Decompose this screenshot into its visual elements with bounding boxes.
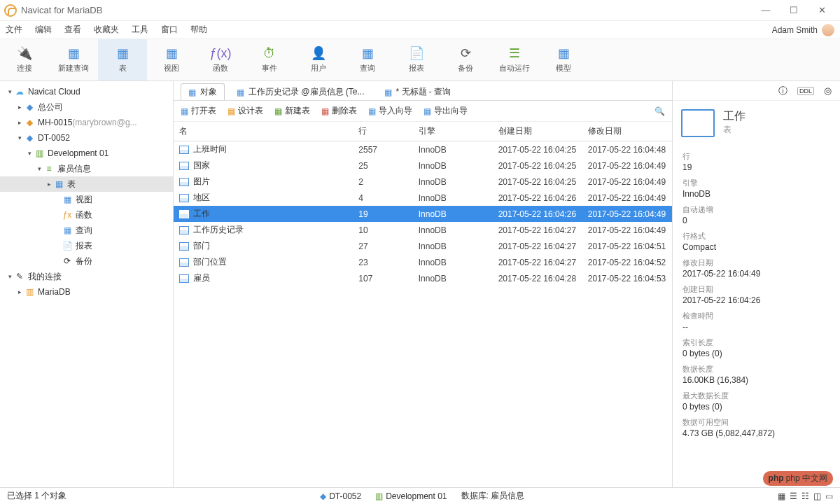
tree-Navicat Cloud[interactable]: ▾☁Navicat Cloud: [0, 84, 173, 99]
view-detail-icon[interactable]: ☷: [802, 491, 809, 501]
avatar-icon[interactable]: [822, 24, 834, 36]
tree-视图[interactable]: ▦视图: [0, 192, 173, 207]
prop-数据长度: 数据长度16.00KB (16,384): [682, 364, 830, 385]
menu-file[interactable]: 文件: [6, 24, 22, 36]
table-row[interactable]: 地区4InnoDB2017-05-22 16:04:262017-05-22 1…: [174, 190, 672, 206]
menu-edit[interactable]: 编辑: [35, 24, 52, 36]
preview-icon[interactable]: ◎: [824, 85, 832, 96]
objbar-新建表[interactable]: ▦新建表: [274, 105, 310, 117]
chevron-icon[interactable]: ▾: [15, 134, 24, 141]
用户-icon: 👤: [309, 46, 328, 60]
server-icon: ▥: [375, 491, 383, 501]
view-icons-icon[interactable]: ▦: [778, 491, 785, 501]
table-row[interactable]: 雇员107InnoDB2017-05-22 16:04:282017-05-22…: [174, 270, 672, 286]
view-compact-icon[interactable]: ◫: [813, 491, 821, 501]
tables-list[interactable]: 名行引擎创建日期修改日期 上班时间2557InnoDB2017-05-22 16…: [174, 122, 672, 286]
objbar-导出向导[interactable]: ▦导出向导: [424, 105, 468, 117]
menu-window[interactable]: 窗口: [161, 24, 178, 36]
tree-我的连接[interactable]: ▾✎我的连接: [0, 269, 173, 284]
menu-favorites[interactable]: 收藏夹: [94, 24, 119, 36]
toolbar-模型[interactable]: ▦模型: [539, 39, 588, 80]
view-list-icon[interactable]: ☰: [790, 491, 797, 501]
toolbar-自动运行[interactable]: ☰自动运行: [490, 39, 539, 80]
objbar-设计表[interactable]: ▦设计表: [227, 105, 263, 117]
table-row[interactable]: 部门位置23InnoDB2017-05-22 16:04:272017-05-2…: [174, 254, 672, 270]
table-row[interactable]: 工作19InnoDB2017-05-22 16:04:262017-05-22 …: [174, 206, 672, 222]
tree-备份[interactable]: ⟳备份: [0, 253, 173, 269]
tree-函数[interactable]: ƒx函数: [0, 207, 173, 223]
status-database: 数据库: 雇员信息: [461, 490, 525, 502]
打开表-icon: ▦: [181, 106, 188, 116]
table-row[interactable]: 上班时间2557InnoDB2017-05-22 16:04:252017-05…: [174, 141, 672, 158]
toolbar-函数[interactable]: ƒ(x)函数: [196, 39, 245, 80]
table-row[interactable]: 工作历史记录10InnoDB2017-05-22 16:04:272017-05…: [174, 222, 672, 238]
toolbar-报表[interactable]: 📄报表: [392, 39, 441, 80]
close-button[interactable]: ✕: [808, 0, 836, 21]
toolbar-查询[interactable]: ▦查询: [343, 39, 392, 80]
tree-表[interactable]: ▸▦表: [0, 176, 173, 192]
tab-对象[interactable]: ▦对象: [181, 83, 225, 100]
toolbar-备份[interactable]: ⟳备份: [441, 39, 490, 80]
menu-tools[interactable]: 工具: [132, 24, 148, 36]
toolbar-用户[interactable]: 👤用户: [294, 39, 343, 80]
toolbar-事件[interactable]: ⏱事件: [245, 39, 294, 80]
col-修改日期[interactable]: 修改日期: [582, 122, 672, 141]
tree-node-icon: ◆: [24, 102, 35, 112]
toolbar-表[interactable]: ▦表: [98, 39, 147, 80]
tree-DT-0052[interactable]: ▾◆DT-0052: [0, 130, 173, 146]
details-title: 工作: [723, 109, 746, 124]
current-user-label[interactable]: Adam Smith: [772, 25, 818, 35]
tree-node-icon: ✎: [14, 272, 25, 281]
tree-雇员信息[interactable]: ▾≡雇员信息: [0, 161, 173, 176]
chevron-icon[interactable]: ▸: [45, 181, 53, 188]
table-icon: [681, 109, 715, 137]
menu-bar: 文件 编辑 查看 收藏夹 工具 窗口 帮助 Adam Smith: [0, 21, 840, 39]
tab-icon: ▦: [384, 88, 392, 97]
connection-icon: ◆: [320, 491, 326, 501]
chevron-icon[interactable]: ▾: [6, 273, 14, 280]
table-row[interactable]: 国家25InnoDB2017-05-22 16:04:252017-05-22 …: [174, 158, 672, 174]
ddl-icon[interactable]: DDL: [797, 87, 814, 95]
menu-help[interactable]: 帮助: [190, 24, 207, 36]
tree-MH-0015[interactable]: ▸◆MH-0015 (marybrown@g...: [0, 115, 173, 130]
maximize-button[interactable]: ☐: [780, 0, 808, 21]
tree-总公司[interactable]: ▸◆总公司: [0, 99, 173, 115]
chevron-icon[interactable]: ▸: [15, 288, 24, 295]
tab-工作历史记录 @雇员信息 (Te...[interactable]: ▦工作历史记录 @雇员信息 (Te...: [229, 83, 372, 100]
table-row[interactable]: 图片2InnoDB2017-05-22 16:04:252017-05-22 1…: [174, 174, 672, 190]
col-名[interactable]: 名: [174, 122, 353, 141]
chevron-icon[interactable]: ▾: [6, 88, 14, 95]
prop-检查時間: 检查時間--: [682, 311, 830, 332]
objbar-删除表[interactable]: ▦删除表: [321, 105, 357, 117]
table-row[interactable]: 部门27InnoDB2017-05-22 16:04:272017-05-22 …: [174, 238, 672, 254]
menu-view[interactable]: 查看: [64, 24, 81, 36]
col-引擎[interactable]: 引擎: [413, 122, 493, 141]
col-行[interactable]: 行: [353, 122, 412, 141]
tab-* 无标题 - 查询[interactable]: ▦* 无标题 - 查询: [377, 83, 459, 100]
connection-tree[interactable]: ▾☁Navicat Cloud▸◆总公司▸◆MH-0015 (marybrown…: [0, 81, 174, 487]
status-connection: DT-0052: [329, 491, 361, 501]
chevron-icon[interactable]: ▸: [15, 119, 24, 126]
tree-查询[interactable]: ▦查询: [0, 223, 173, 238]
col-创建日期[interactable]: 创建日期: [493, 122, 582, 141]
tree-Development 01[interactable]: ▾▥Development 01: [0, 146, 173, 161]
prop-数据可用空间: 数据可用空间4.73 GB (5,082,447,872): [682, 417, 830, 438]
toolbar-新建查询[interactable]: ▦新建查询: [49, 39, 98, 80]
tab-bar: ▦对象▦工作历史记录 @雇员信息 (Te...▦* 无标题 - 查询: [174, 81, 672, 101]
toolbar-连接[interactable]: 🔌连接: [0, 39, 49, 80]
tree-报表[interactable]: 📄报表: [0, 238, 173, 253]
objbar-打开表[interactable]: ▦打开表: [181, 105, 216, 117]
chevron-icon[interactable]: ▾: [25, 150, 34, 157]
view-wide-icon[interactable]: ▭: [825, 491, 833, 501]
minimize-button[interactable]: —: [752, 0, 780, 21]
search-icon[interactable]: 🔍: [654, 106, 665, 116]
chevron-icon[interactable]: ▾: [35, 165, 43, 172]
prop-引擎: 引擎InnoDB: [682, 178, 830, 199]
table-icon: [179, 258, 189, 267]
tree-MariaDB[interactable]: ▸▥MariaDB: [0, 284, 173, 300]
连接-icon: 🔌: [15, 46, 34, 60]
info-icon[interactable]: ⓘ: [778, 85, 788, 97]
objbar-导入向导[interactable]: ▦导入向导: [368, 105, 412, 117]
toolbar-视图[interactable]: ▦视图: [147, 39, 196, 80]
chevron-icon[interactable]: ▸: [15, 104, 24, 111]
